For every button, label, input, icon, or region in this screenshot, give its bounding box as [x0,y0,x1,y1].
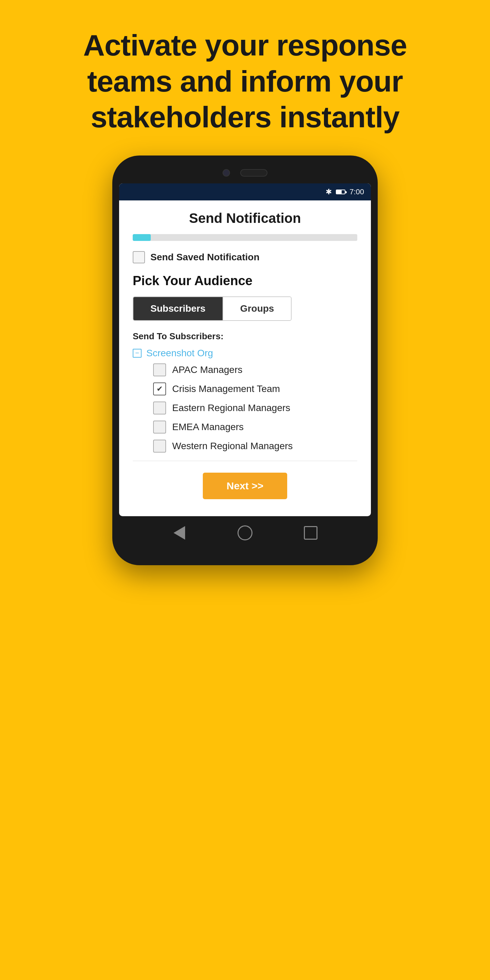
back-button[interactable] [171,524,188,541]
subscriber-checkbox-emea[interactable] [153,421,166,434]
list-item[interactable]: Crisis Management Team [153,382,357,395]
battery-icon [336,189,345,194]
next-btn-container: Next >> [133,469,357,506]
home-icon [237,525,253,540]
subscriber-name-crisis: Crisis Management Team [172,383,280,395]
phone-screen: ✱ 7:00 Send Notification Send Saved Noti… [119,183,371,516]
back-icon [173,526,185,540]
send-saved-label: Send Saved Notification [150,252,259,263]
audience-heading: Pick Your Audience [133,274,357,288]
list-item[interactable]: APAC Managers [153,363,357,376]
org-name: Screenshot Org [146,348,213,359]
tab-subscribers[interactable]: Subscribers [134,297,223,320]
list-item[interactable]: Eastern Regional Managers [153,401,357,414]
recents-icon [304,526,318,540]
status-bar: ✱ 7:00 [119,183,371,200]
subscriber-name-eastern: Eastern Regional Managers [172,402,290,414]
subscriber-checkbox-western[interactable] [153,440,166,453]
send-to-label: Send To Subscribers: [133,331,357,342]
home-button[interactable] [237,524,253,541]
status-time: 7:00 [350,188,364,196]
tab-groups[interactable]: Groups [223,297,291,320]
subscriber-checkbox-crisis[interactable] [153,382,166,395]
phone-top-bar [119,166,371,183]
hero-section: Activate your response teams and inform … [0,0,490,156]
divider [133,461,357,461]
subscriber-checkbox-apac[interactable] [153,363,166,376]
send-saved-row[interactable]: Send Saved Notification [133,251,357,263]
collapse-icon[interactable]: − [133,349,142,358]
org-row[interactable]: − Screenshot Org [133,348,357,359]
subscriber-list: APAC Managers Crisis Management Team Eas… [133,363,357,453]
bluetooth-icon: ✱ [326,188,332,196]
subscriber-name-emea: EMEA Managers [172,422,243,433]
hero-title: Activate your response teams and inform … [41,27,449,135]
progress-bar-container [133,234,357,241]
list-item[interactable]: EMEA Managers [153,421,357,434]
speaker-grille [240,169,267,177]
screen-title: Send Notification [133,211,357,226]
progress-bar-fill [133,234,151,241]
subscriber-name-apac: APAC Managers [172,364,242,375]
next-button[interactable]: Next >> [203,473,287,499]
audience-tabs: Subscribers Groups [133,296,292,321]
subscriber-checkbox-eastern[interactable] [153,401,166,414]
recents-button[interactable] [302,524,319,541]
subscriber-name-western: Western Regional Managers [172,441,293,452]
list-item[interactable]: Western Regional Managers [153,440,357,453]
phone-device: ✱ 7:00 Send Notification Send Saved Noti… [112,156,378,565]
phone-bottom-nav [119,516,371,545]
app-content: Send Notification Send Saved Notificatio… [119,200,371,516]
send-saved-checkbox[interactable] [133,251,145,263]
camera-dot [223,169,230,177]
